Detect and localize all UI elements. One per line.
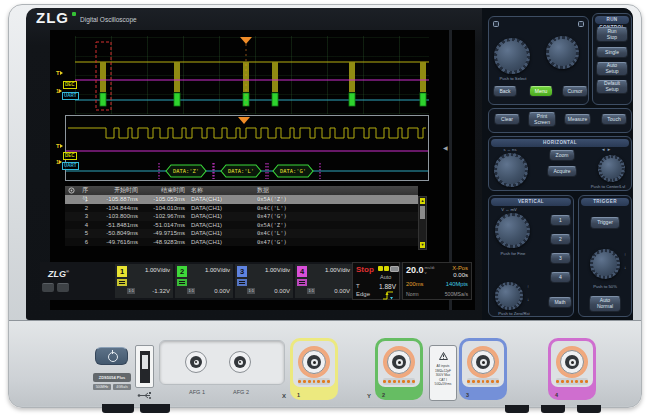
measure-button[interactable]: Measure <box>564 114 591 125</box>
multifunction-knob-b[interactable] <box>546 36 579 69</box>
lcd-shortcut-icon-1[interactable] <box>42 283 54 292</box>
channel-3-badge: 3 <box>237 266 247 277</box>
channel-2-badge: 2 <box>177 266 187 277</box>
table-row[interactable]: 3-103.800ms-102.967msDATA(CH1)0x47('G') <box>65 212 418 221</box>
channel-4-info[interactable]: 4 1.00V/div 1:1 0.00V <box>295 264 353 298</box>
multifunction-knob-a[interactable] <box>494 38 530 74</box>
power-button[interactable] <box>95 347 128 365</box>
channel-3-input: 3 <box>459 338 507 400</box>
vertical-scale-knob[interactable] <box>495 213 530 248</box>
channel-2-info[interactable]: 2 1.00V/div 1:1 0.00V <box>175 264 233 298</box>
single-button[interactable]: Single <box>596 47 628 58</box>
touch-button[interactable]: Touch <box>601 114 627 125</box>
channel-2-input: 2 <box>375 338 423 400</box>
y-axis-label: Y <box>367 393 371 399</box>
table-row[interactable]: 6-49.7616ms-48.9283msDATA(CH1)0x47('G') <box>65 238 418 247</box>
decode-bubble-3: DATA:'G' <box>280 168 306 174</box>
menu-button[interactable]: Menu <box>529 86 553 97</box>
trigger-level-knob[interactable] <box>590 249 620 279</box>
trigger-indicator-battery <box>390 266 399 272</box>
trigger-arrow-down: ↓ <box>624 265 626 270</box>
decode-table-header: 序号 开始时间 结束时间 名称 数据 <box>65 186 418 195</box>
scroll-down-button[interactable]: ▼ <box>420 242 425 248</box>
zoom-button[interactable]: Zoom <box>549 150 575 161</box>
channel-4-contact-dots <box>556 378 588 385</box>
push-to-zero-label: Push to Zero/Rst <box>489 311 539 316</box>
warning-line: 50Ω≤5Vrms <box>430 382 456 387</box>
channel-2-number: 2 <box>382 392 385 398</box>
acquire-button[interactable]: Acquire <box>547 166 577 177</box>
device-foot <box>140 404 170 413</box>
trigger-indicator-2 <box>384 266 389 271</box>
channel-1-badge: 1 <box>117 266 127 277</box>
push-to-center-label: Push to Center/Lvl <box>586 184 630 189</box>
acquire-mode: Norm <box>406 291 419 297</box>
brand-tagline: Digital Oscilloscope <box>80 16 137 23</box>
clear-button[interactable]: Clear <box>494 114 520 125</box>
trigger-status-box[interactable]: Stop Auto T Edge 1.88V <box>352 262 400 300</box>
input-rating-label: All inputs 1MΩ=12pF 300V Max CAT I 50Ω≤5… <box>429 345 457 401</box>
channel-1-info[interactable]: 1 1.00V/div 1:1 -1.32V <box>115 264 173 298</box>
channel-2-bnc <box>383 346 415 378</box>
channel-2-button[interactable]: 2 <box>550 234 571 245</box>
push-for-fine-label: Push for Fine <box>496 251 530 256</box>
capture-span: 200ms <box>406 281 423 287</box>
push-to-select-label: Push to Select <box>492 76 534 81</box>
channel-3-offset: 0.00V <box>274 288 290 294</box>
trigger-sweep-mode: Auto <box>380 274 391 280</box>
sample-rate: 500MSa/s <box>445 291 468 297</box>
menu-collapse-arrow[interactable]: ◀ <box>443 144 448 151</box>
knob-a-indicator-icon <box>493 21 499 27</box>
afg2-bnc-connector <box>229 351 251 373</box>
channel-4-probe-ratio: 1:1 <box>307 288 315 294</box>
table-row[interactable]: 2-104.844ms-104.010msDATA(CH1)0x4C('L') <box>65 204 418 213</box>
print-screen-button[interactable]: Print Screen <box>528 112 556 127</box>
channel-2-probe-ratio: 1:1 <box>187 288 195 294</box>
horizontal-range-label: s ↔ ns <box>494 147 526 152</box>
channel-3-button[interactable]: 3 <box>550 253 571 264</box>
table-row[interactable]: 5-50.8049ms-49.9715msDATA(CH1)0x4C('L') <box>65 229 418 238</box>
timebase-scale: 20.0 ms/div <box>406 266 436 275</box>
trigger-menu-button[interactable]: Trigger <box>590 217 620 229</box>
horizontal-title: HORIZONTAL <box>491 139 629 147</box>
channel-2-coupling-icon <box>177 279 187 286</box>
trigger-kind: Edge <box>356 291 370 297</box>
auto-setup-button[interactable]: Auto Setup <box>596 62 628 76</box>
table-row[interactable]: 1-105.887ms-105.053msDATA(CH1)0x5A('Z') <box>65 195 418 204</box>
trigger-source: T <box>356 283 360 289</box>
math-button[interactable]: Math <box>548 297 572 308</box>
lcd-shortcut-icon-2[interactable] <box>57 283 69 292</box>
memory-depth: 140Mpts <box>446 281 468 287</box>
scroll-up-button[interactable]: ▲ <box>420 198 425 204</box>
afg2-label: AFG 2 <box>229 389 253 395</box>
back-button[interactable]: Back <box>493 86 517 97</box>
run-stop-button[interactable]: Run Stop <box>596 27 628 42</box>
default-setup-button[interactable]: Default Setup <box>596 80 628 94</box>
cursor-button[interactable]: Cursor <box>562 86 588 97</box>
horizontal-position-knob[interactable] <box>598 155 625 182</box>
brand-logo: ZLG <box>36 10 69 26</box>
channel-1-bnc <box>298 346 330 378</box>
channel-1-button[interactable]: 1 <box>550 215 571 226</box>
auto-normal-button[interactable]: Auto Normal <box>589 296 621 312</box>
waveform-window-zoom: DATA:'Z' DATA:'L' DATA:'G' <box>65 115 429 181</box>
trigger-indicator-1 <box>378 266 383 271</box>
channel-4-offset: 0.00V <box>334 288 350 294</box>
vertical-position-knob[interactable] <box>495 282 523 310</box>
channel-3-info[interactable]: 3 1.00V/div 1:1 0.00V <box>235 264 293 298</box>
waveform-svg-main <box>75 36 429 114</box>
trigger-level-marker-1: T <box>56 70 63 76</box>
status-bar-logo: ZLG® <box>48 267 69 279</box>
horizontal-scale-knob[interactable] <box>494 153 528 187</box>
xpos-label: X-Pos <box>452 265 468 271</box>
waveform-window-main <box>75 36 429 114</box>
channel-1-contact-dots <box>298 378 330 385</box>
table-row[interactable]: 4-51.8481ms-51.0147msDATA(CH1)0x5A('Z') <box>65 221 418 230</box>
table-scrollbar[interactable]: ▲ ▼ <box>418 196 427 250</box>
timebase-status-box[interactable]: 20.0 ms/div X-Pos 0.00s 200ms Norm 140Mp… <box>402 262 472 300</box>
channel-4-button[interactable]: 4 <box>550 272 571 283</box>
scroll-thumb[interactable] <box>420 206 425 219</box>
device-foot <box>505 405 529 413</box>
channel-2-contact-dots <box>383 378 415 385</box>
channel-2-offset: 0.00V <box>214 288 230 294</box>
